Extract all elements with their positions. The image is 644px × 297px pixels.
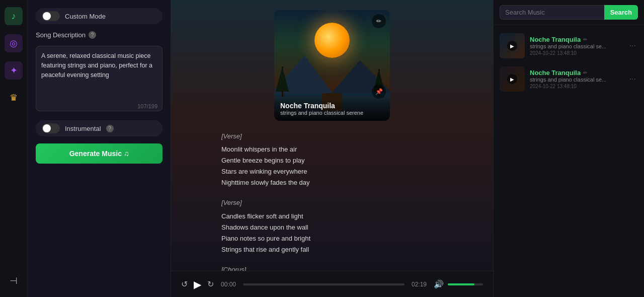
lyrics-line: Moonlit whispers in the air xyxy=(221,144,443,155)
history-title: Noche Tranquila xyxy=(530,69,581,77)
lyrics-line: Shadows dance upon the wall xyxy=(221,222,443,233)
lyrics-block: [Verse]Moonlit whispers in the airGentle… xyxy=(221,131,443,188)
lyrics-tag: [Verse] xyxy=(221,197,443,208)
volume-icon[interactable]: 🔊 xyxy=(434,279,444,289)
history-description: strings and piano classical se... xyxy=(530,77,622,83)
crown-icon[interactable]: ♛ xyxy=(5,89,23,107)
lyrics-tag: [Verse] xyxy=(221,131,443,142)
player-controls: ↺ ▶ ↻ xyxy=(181,278,214,290)
history-date: 2024-10-22 13:48:10 xyxy=(530,84,622,89)
tree-left xyxy=(282,66,283,97)
song-subtitle: strings and piano classical serene xyxy=(280,110,384,116)
control-panel: Custom Mode Song Description ? 107/199 I… xyxy=(28,0,171,297)
lyrics-block: [Verse]Candles flicker soft and lightSha… xyxy=(221,197,443,255)
logout-icon[interactable]: ⊣ xyxy=(5,272,23,290)
play-overlay-icon: ▶ xyxy=(507,74,517,84)
history-title-row: Noche Tranquila ✏ xyxy=(530,36,622,43)
circle-wave-icon[interactable]: ◎ xyxy=(5,34,23,52)
history-date: 2024-10-22 13:48:10 xyxy=(530,50,622,56)
play-button[interactable]: ▶ xyxy=(194,278,201,290)
song-description-help-icon[interactable]: ? xyxy=(89,31,96,39)
song-info-overlay: Noche Tranquila strings and piano classi… xyxy=(274,98,390,121)
history-edit-icon[interactable]: ✏ xyxy=(583,37,587,42)
history-thumbnail: ▶ xyxy=(500,66,525,92)
custom-mode-toggle[interactable] xyxy=(42,11,60,21)
lyrics-line: Candles flicker soft and light xyxy=(221,211,443,222)
search-button[interactable]: Search xyxy=(604,5,638,20)
history-title: Noche Tranquila xyxy=(530,36,581,43)
progress-bar[interactable] xyxy=(243,283,405,285)
generate-music-button[interactable]: Generate Music ♫ xyxy=(36,143,163,164)
description-box: 107/199 xyxy=(36,46,163,113)
history-item[interactable]: ▶ Noche Tranquila ✏ strings and piano cl… xyxy=(494,62,644,96)
history-more-button[interactable]: ··· xyxy=(627,39,638,52)
lyrics-tag: [Chorus] xyxy=(221,264,443,271)
album-art-container: ✏ 📌 Noche Tranquila strings and piano cl… xyxy=(274,10,390,121)
custom-mode-label: Custom Mode xyxy=(65,13,106,20)
play-overlay-icon: ▶ xyxy=(507,41,517,51)
right-sidebar: Search ▶ Noche Tranquila ✏ strings and p… xyxy=(493,0,644,297)
lyrics-line: Strings that rise and gently fall xyxy=(221,244,443,255)
volume-section: 🔊 xyxy=(434,279,483,289)
song-display: ✏ 📌 Noche Tranquila strings and piano cl… xyxy=(171,0,493,271)
volume-bar[interactable] xyxy=(448,283,483,285)
album-pin-icon[interactable]: 📌 xyxy=(372,85,386,99)
history-thumbnail: ▶ xyxy=(500,33,525,58)
total-time: 02:19 xyxy=(412,281,427,288)
song-description-textarea[interactable] xyxy=(36,46,163,111)
search-bar: Search xyxy=(494,0,644,25)
current-time: 00:00 xyxy=(221,281,236,288)
instrumental-label: Instrumental xyxy=(65,125,101,132)
custom-mode-toggle-row: Custom Mode xyxy=(36,8,163,24)
instrumental-toggle[interactable] xyxy=(42,123,60,133)
lyrics-line: Nighttime slowly fades the day xyxy=(221,177,443,188)
music-note-icon[interactable]: ♪ xyxy=(5,7,23,25)
lyrics-line: Piano notes so pure and bright xyxy=(221,233,443,244)
instrumental-help-icon[interactable]: ? xyxy=(106,125,114,132)
rewind-button[interactable]: ↺ xyxy=(181,279,188,289)
instrumental-toggle-row: Instrumental ? xyxy=(36,120,163,136)
player-bar: ↺ ▶ ↻ 00:00 02:19 🔊 xyxy=(171,271,493,297)
history-item[interactable]: ▶ Noche Tranquila ✏ strings and piano cl… xyxy=(494,29,644,62)
lyrics-section: [Verse]Moonlit whispers in the airGentle… xyxy=(221,131,443,271)
icon-sidebar: ♪ ◎ ✦ ♛ ⊣ xyxy=(0,0,28,297)
history-more-button[interactable]: ··· xyxy=(627,72,638,86)
lyrics-block: [Chorus]Hearts aligned in silent songDre… xyxy=(221,264,443,271)
song-description-header: Song Description ? xyxy=(36,31,163,39)
main-content: ✏ 📌 Noche Tranquila strings and piano cl… xyxy=(171,0,493,297)
history-info: Noche Tranquila ✏ strings and piano clas… xyxy=(530,69,622,89)
song-description-label: Song Description xyxy=(36,31,86,39)
song-title: Noche Tranquila xyxy=(280,102,384,110)
search-input[interactable] xyxy=(500,5,604,20)
star-icon[interactable]: ✦ xyxy=(5,61,23,80)
album-edit-icon[interactable]: ✏ xyxy=(372,14,386,28)
history-edit-icon[interactable]: ✏ xyxy=(583,70,587,76)
lyrics-line: Gentle breeze begins to play xyxy=(221,155,443,166)
char-count: 107/199 xyxy=(137,103,157,109)
history-description: strings and piano classical se... xyxy=(530,43,622,49)
history-list: ▶ Noche Tranquila ✏ strings and piano cl… xyxy=(494,25,644,297)
history-info: Noche Tranquila ✏ strings and piano clas… xyxy=(530,36,622,56)
lyrics-line: Stars are winking everywhere xyxy=(221,166,443,177)
history-title-row: Noche Tranquila ✏ xyxy=(530,69,622,77)
moon-decoration xyxy=(314,23,350,58)
volume-fill xyxy=(448,283,474,285)
forward-button[interactable]: ↻ xyxy=(207,279,214,289)
